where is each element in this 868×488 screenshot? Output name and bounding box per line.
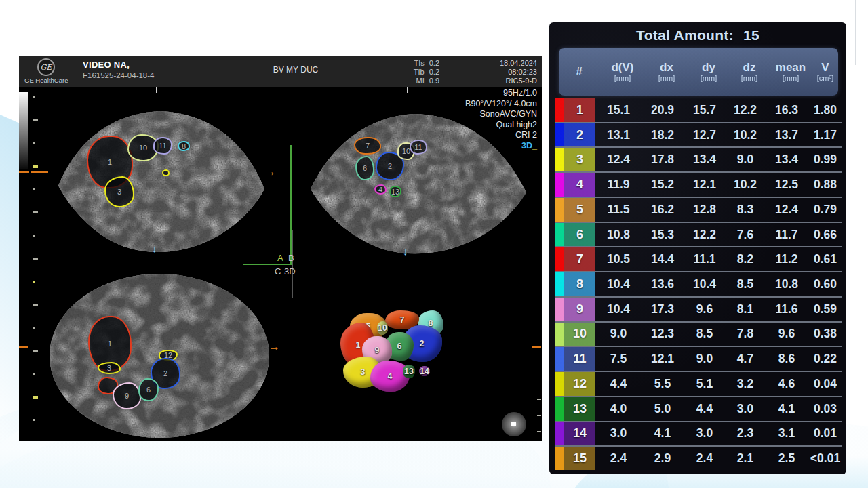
cell-dy: 5.1 <box>684 372 726 396</box>
row-color-strip <box>555 198 564 222</box>
row-number: 4 <box>564 173 595 197</box>
table-row[interactable]: 810.413.610.48.510.80.60 <box>555 272 842 298</box>
cell-dz: 10.2 <box>726 123 765 147</box>
cell-V: 0.99 <box>808 148 842 171</box>
follicle-label: 11 <box>414 143 422 151</box>
cell-dz: 7.8 <box>726 323 765 346</box>
table-row[interactable]: 134.05.04.43.04.10.03 <box>555 397 842 422</box>
cell-d(V): 10.4 <box>595 272 642 296</box>
follicle-label: 4 <box>378 186 382 194</box>
cell-dy: 12.7 <box>684 123 726 147</box>
cell-dz: 12.2 <box>726 98 765 122</box>
table-row[interactable]: 109.012.38.57.89.60.38 <box>555 323 842 348</box>
cell-d(V): 15.1 <box>595 98 642 122</box>
follicle-13-d: 13 <box>403 365 415 378</box>
column-header-V: V[cm³] <box>812 62 838 82</box>
cell-mean: 11.2 <box>765 247 808 271</box>
row-number: 9 <box>564 298 595 321</box>
cell-d(V): 11.9 <box>595 173 642 197</box>
cell-dx: 14.4 <box>642 247 684 271</box>
cell-dx: 17.3 <box>642 298 684 321</box>
row-number: 2 <box>564 123 595 147</box>
row-number: 5 <box>564 198 595 222</box>
cell-dx: 12.3 <box>642 323 684 346</box>
follicle-label: 1 <box>356 340 361 350</box>
cell-dx: 15.3 <box>642 223 684 247</box>
cell-dz: 8.1 <box>726 298 765 321</box>
cell-mean: 9.6 <box>765 323 808 346</box>
table-row[interactable]: 117.512.19.04.78.60.22 <box>555 347 842 372</box>
cell-dy: 8.5 <box>684 323 726 346</box>
row-number: 7 <box>564 247 595 271</box>
follicle-label: 4 <box>388 371 393 381</box>
cell-mean: 8.6 <box>765 347 808 371</box>
column-header-d(V): d(V)[mm] <box>599 62 646 82</box>
table-row[interactable]: 115.120.915.712.216.31.80 <box>555 98 842 123</box>
cell-V: 1.80 <box>808 98 842 122</box>
column-name: dy <box>688 62 730 74</box>
cell-dx: 18.2 <box>642 123 684 147</box>
row-color-strip <box>555 98 564 122</box>
column-header-dx: dx[mm] <box>646 62 688 82</box>
cell-V: 0.88 <box>808 173 842 197</box>
cell-V: 0.01 <box>808 422 842 446</box>
table-row[interactable]: 610.815.312.27.611.70.66 <box>555 223 842 248</box>
scan-param-2: SonoAVC/GYN <box>465 109 537 120</box>
column-unit: [mm] <box>688 74 730 82</box>
table-body: 115.120.915.712.216.31.80213.118.212.710… <box>555 98 842 470</box>
follicle-overlay: 131011876210114131312296875101269341314 <box>19 56 542 441</box>
table-row[interactable]: 124.45.55.13.24.60.04 <box>555 372 842 397</box>
table-row[interactable]: 411.915.212.110.212.50.88 <box>555 173 842 198</box>
follicle-6-b: 6 <box>355 156 374 180</box>
follicle-label: 1 <box>108 158 112 166</box>
table-row[interactable]: 213.118.212.710.213.71.17 <box>555 123 842 148</box>
row-number: 3 <box>564 148 595 171</box>
column-header-mean: mean[mm] <box>769 62 812 82</box>
cell-mean: 3.1 <box>765 422 808 446</box>
follicle-label: 3 <box>117 188 121 196</box>
table-row[interactable]: 511.516.212.88.312.40.79 <box>555 198 842 223</box>
cell-d(V): 3.0 <box>595 422 642 446</box>
cell-dz: 2.1 <box>726 447 765 470</box>
cell-mean: 10.8 <box>765 272 808 296</box>
row-color-strip <box>555 123 564 147</box>
follicle-label: 6 <box>397 342 402 351</box>
cell-dz: 7.6 <box>726 223 765 247</box>
column-name: dx <box>646 62 688 74</box>
cell-dy: 2.4 <box>684 447 726 470</box>
follicle-label: 13 <box>391 188 399 196</box>
table-row[interactable]: 143.04.13.02.33.10.01 <box>555 422 842 447</box>
row-color-strip <box>555 447 564 470</box>
cell-dz: 10.2 <box>726 173 765 197</box>
row-number: 12 <box>564 372 595 396</box>
column-unit: [cm³] <box>812 74 838 82</box>
follicle-label: 7 <box>400 315 405 325</box>
table-row[interactable]: 152.42.92.42.12.5<0.01 <box>555 447 842 470</box>
quadrant-label-b: B <box>288 253 294 263</box>
cell-dz: 2.3 <box>726 422 765 446</box>
row-color-strip <box>555 247 564 271</box>
cell-V: 0.61 <box>808 247 842 271</box>
scan-param-0: 95Hz/1.0 <box>465 88 537 99</box>
scan-parameters: 95Hz/1.0B90°/V120°/ 4.0cmSonoAVC/GYNQual… <box>465 88 537 151</box>
row-color-strip <box>555 372 564 396</box>
cell-dz: 4.7 <box>726 347 765 371</box>
scan-param-5: 3D_ <box>465 141 537 152</box>
cell-dy: 4.4 <box>684 397 726 421</box>
row-color-strip <box>555 347 564 371</box>
table-row[interactable]: 710.514.411.18.211.20.61 <box>555 247 842 272</box>
cell-mean: 12.4 <box>765 198 808 222</box>
table-row[interactable]: 312.417.813.49.013.40.99 <box>555 148 842 173</box>
cell-d(V): 2.4 <box>595 447 642 470</box>
column-unit: [mm] <box>730 74 769 82</box>
text-cursor: _ <box>532 141 537 150</box>
cell-dz: 9.0 <box>726 148 765 171</box>
table-row[interactable]: 910.417.39.68.111.60.59 <box>555 298 842 323</box>
cell-dy: 15.7 <box>684 98 726 122</box>
cell-V: 0.59 <box>808 298 842 321</box>
cell-V: 0.79 <box>808 198 842 222</box>
cell-dx: 5.5 <box>642 372 684 396</box>
total-amount-title: Total Amount: 15 <box>549 27 846 43</box>
cell-d(V): 9.0 <box>595 323 642 346</box>
column-unit: [mm] <box>769 74 812 82</box>
